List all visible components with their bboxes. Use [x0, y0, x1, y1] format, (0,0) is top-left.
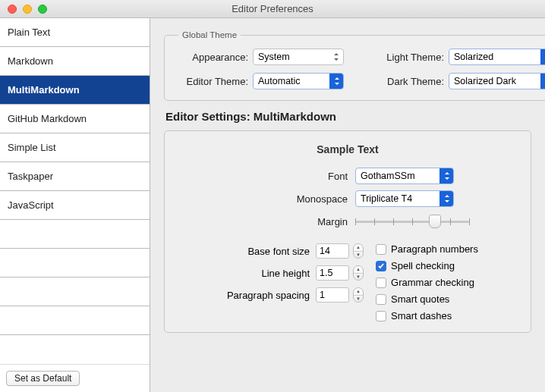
chevron-up-icon[interactable]: ▲: [354, 266, 363, 274]
font-label: Font: [234, 171, 355, 182]
chevron-up-icon[interactable]: ▲: [354, 244, 363, 252]
paragraph-spacing-stepper[interactable]: ▲▼: [353, 287, 364, 303]
smart-quotes-label: Smart quotes: [391, 293, 449, 305]
spell-checking-checkbox[interactable]: [376, 261, 386, 271]
dark-theme-select[interactable]: Solarized Dark: [449, 73, 545, 89]
sidebar-item-javascript[interactable]: JavaScript: [0, 191, 150, 220]
window-title: Editor Preferences: [0, 3, 545, 14]
updown-icon: [329, 49, 343, 64]
light-theme-select[interactable]: Solarized: [449, 49, 545, 65]
spell-checking-label: Spell checking: [391, 260, 455, 271]
margin-slider[interactable]: [355, 213, 469, 230]
appearance-label: Appearance:: [175, 52, 253, 63]
smart-dashes-label: Smart dashes: [391, 310, 452, 321]
sidebar-item-github-markdown[interactable]: GitHub Markdown: [0, 105, 150, 133]
sidebar-empty-row: [0, 278, 150, 306]
chevron-down-icon[interactable]: ▼: [354, 252, 363, 259]
margin-label: Margin: [234, 216, 355, 227]
chevron-up-icon[interactable]: ▲: [354, 288, 363, 296]
sidebar-empty-row: [0, 220, 150, 249]
appearance-select[interactable]: System: [253, 49, 344, 65]
dark-theme-label: Dark Theme:: [379, 76, 449, 87]
global-theme-group: Global Theme Appearance: System Light Th…: [164, 30, 545, 101]
paragraph-numbers-checkbox[interactable]: [376, 244, 386, 255]
base-font-size-input[interactable]: [316, 243, 349, 259]
titlebar: Editor Preferences: [0, 0, 545, 18]
editor-settings-heading: Editor Settings: MultiMarkdown: [165, 110, 531, 123]
set-default-button[interactable]: Set as Default: [6, 371, 80, 386]
smart-quotes-checkbox[interactable]: [376, 294, 386, 305]
paragraph-numbers-label: Paragraph numbers: [391, 243, 478, 255]
grammar-checking-label: Grammar checking: [391, 277, 474, 288]
sidebar-item-simple-list[interactable]: Simple List: [0, 133, 150, 162]
updown-icon: [540, 74, 545, 89]
base-font-size-label: Base font size: [217, 246, 316, 257]
paragraph-spacing-label: Paragraph spacing: [217, 290, 316, 301]
light-theme-label: Light Theme:: [379, 52, 449, 63]
main-panel: Global Theme Appearance: System Light Th…: [150, 18, 545, 392]
sidebar-empty-row: [0, 249, 150, 278]
sample-text-title: Sample Text: [317, 143, 378, 155]
sidebar-item-markdown[interactable]: Markdown: [0, 47, 150, 76]
editor-theme-label: Editor Theme:: [175, 76, 253, 87]
monospace-select[interactable]: Triplicate T4: [355, 190, 454, 207]
sidebar-item-multimarkdown[interactable]: MultiMarkdown: [0, 76, 150, 105]
sidebar-item-plain-text[interactable]: Plain Text: [0, 18, 150, 47]
chevron-down-icon[interactable]: ▼: [354, 274, 363, 281]
line-height-stepper[interactable]: ▲▼: [353, 265, 364, 281]
monospace-label: Monospace: [234, 193, 355, 205]
global-theme-legend: Global Theme: [178, 30, 241, 39]
grammar-checking-checkbox[interactable]: [376, 278, 386, 288]
line-height-input[interactable]: [316, 265, 349, 281]
updown-icon: [540, 49, 545, 64]
sidebar-item-taskpaper[interactable]: Taskpaper: [0, 162, 150, 191]
slider-thumb-icon[interactable]: [429, 215, 441, 228]
font-select[interactable]: GothamSSm: [355, 168, 454, 184]
base-font-size-stepper[interactable]: ▲▼: [353, 243, 364, 259]
updown-icon: [439, 168, 453, 183]
updown-icon: [329, 74, 343, 89]
smart-dashes-checkbox[interactable]: [376, 311, 386, 321]
sidebar-empty-row: [0, 306, 150, 335]
sidebar: Plain Text Markdown MultiMarkdown GitHub…: [0, 18, 150, 392]
editor-theme-select[interactable]: Automatic: [253, 73, 344, 89]
line-height-label: Line height: [217, 268, 316, 279]
editor-settings-group: Sample Text Font GothamSSm Monospace: [164, 130, 531, 333]
chevron-down-icon[interactable]: ▼: [354, 296, 363, 303]
paragraph-spacing-input[interactable]: [316, 287, 349, 303]
updown-icon: [439, 191, 453, 206]
